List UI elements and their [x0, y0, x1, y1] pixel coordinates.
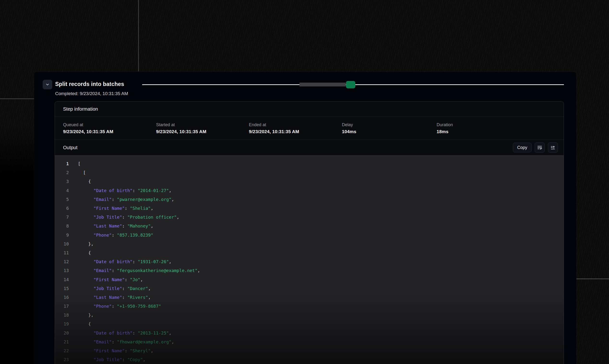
code-line-content: "Date of birth": "1931-07-26", [69, 259, 171, 264]
step-information-card: Step information Queued at 9/23/2024, 10… [55, 101, 564, 364]
code-line-content: [ [69, 161, 81, 166]
code-line-content: "Date of birth": "2013-11-25", [69, 330, 171, 336]
code-line: 9 "Phone": "857.139.8239" [55, 231, 564, 239]
line-number: 11 [55, 250, 69, 255]
code-line-content: "Job Title": "Copy", [69, 357, 146, 362]
meta-label: Started at [156, 122, 249, 127]
code-line: 22 "First Name": "Sheryl", [55, 346, 564, 355]
code-line-content: "First Name": "Sheryl", [69, 348, 153, 353]
meta-label: Delay [342, 122, 437, 127]
code-line: 1[ [55, 159, 564, 168]
code-line: 14 "First Name": "Jo", [55, 275, 564, 284]
line-number: 12 [55, 259, 69, 264]
code-line: 12 "Date of birth": "1931-07-26", [55, 257, 564, 266]
code-line: 23 "Job Title": "Copy", [55, 355, 564, 364]
code-line: 20 "Date of birth": "2013-11-25", [55, 329, 564, 338]
code-line-content: "Email": "pwarner@example.org", [69, 197, 174, 202]
code-line: 16 "Last Name": "Rivers", [55, 293, 564, 302]
scroll-to-top-button[interactable] [548, 143, 558, 153]
code-line-content: "First Name": "Jo", [69, 277, 143, 282]
output-header: Output Copy [55, 140, 564, 156]
meta-delay: Delay 104ms [342, 122, 437, 134]
line-number: 14 [55, 277, 69, 282]
step-detail-panel: Split records into batches Completed: 9/… [34, 72, 576, 364]
wrap-text-button[interactable] [535, 143, 545, 153]
code-line-content: { [69, 179, 91, 184]
code-line: 6 "First Name": "Shelia", [55, 204, 564, 213]
code-line-content: { [69, 321, 91, 326]
line-number: 3 [55, 179, 69, 184]
code-line-content: "Job Title": "Probation officer", [69, 215, 179, 220]
wrap-text-icon [537, 145, 542, 150]
code-line-content: }, [69, 312, 94, 318]
code-line-content: { [69, 250, 91, 255]
background-vertical-line [138, 0, 139, 71]
code-line: 11 { [55, 248, 564, 257]
step-status: Completed: 9/23/2024, 10:31:35 AM [55, 91, 128, 96]
line-number: 9 [55, 233, 69, 238]
line-number: 22 [55, 348, 69, 353]
code-line-content: "Last Name": "Mahoney", [69, 223, 153, 228]
line-number: 16 [55, 295, 69, 300]
output-actions: Copy [513, 143, 558, 153]
line-number: 5 [55, 197, 69, 202]
code-line-content: }, [69, 241, 94, 247]
code-line-content: "Phone": "+1-950-759-8687" [69, 304, 161, 309]
meta-label: Queued at [63, 122, 156, 127]
line-number: 20 [55, 330, 69, 336]
code-line: 17 "Phone": "+1-950-759-8687" [55, 302, 564, 311]
code-line: 10 }, [55, 239, 564, 248]
code-line: 7 "Job Title": "Probation officer", [55, 213, 564, 221]
code-line: 13 "Email": "fergusonkatherine@example.n… [55, 266, 564, 275]
output-title: Output [63, 145, 77, 150]
code-line-content: "Phone": "857.139.8239" [69, 233, 153, 238]
code-line: 2 [ [55, 168, 564, 177]
step-information-title: Step information [63, 106, 98, 112]
line-number: 10 [55, 241, 69, 247]
line-number: 17 [55, 304, 69, 309]
meta-label: Ended at [249, 122, 342, 127]
chevron-down-icon [45, 82, 50, 87]
meta-label: Duration [437, 122, 564, 127]
output-code-viewer[interactable]: 1[2 [3 {4 "Date of birth": "2014-01-27",… [55, 156, 564, 364]
collapse-step-button[interactable] [43, 80, 52, 89]
background-left-line [0, 98, 34, 99]
line-number: 7 [55, 215, 69, 220]
background-dim [0, 125, 34, 364]
step-title: Split records into batches [55, 81, 124, 87]
copy-button[interactable]: Copy [513, 143, 532, 152]
code-line-content: "Last Name": "Rivers", [69, 295, 151, 300]
code-line: 21 "Email": "fhoward@example.org", [55, 338, 564, 346]
line-number: 13 [55, 268, 69, 273]
code-line: 18 }, [55, 311, 564, 319]
meta-queued-at: Queued at 9/23/2024, 10:31:35 AM [63, 122, 156, 134]
meta-value: 104ms [342, 129, 437, 134]
meta-duration: Duration 18ms [437, 122, 564, 134]
background-right-line [576, 278, 609, 279]
code-lines: 1[2 [3 {4 "Date of birth": "2014-01-27",… [55, 159, 564, 364]
meta-value: 18ms [437, 129, 564, 134]
meta-value: 9/23/2024, 10:31:35 AM [63, 129, 156, 134]
line-number: 18 [55, 312, 69, 318]
meta-ended-at: Ended at 9/23/2024, 10:31:35 AM [249, 122, 342, 134]
line-number: 15 [55, 286, 69, 291]
line-number: 1 [55, 161, 69, 166]
code-line: 3 { [55, 177, 564, 186]
step-information-header: Step information [55, 102, 564, 117]
line-number: 2 [55, 170, 69, 175]
code-line: 19 { [55, 319, 564, 328]
code-line-content: "Email": "fergusonkatherine@example.net"… [69, 268, 200, 273]
step-meta-row: Queued at 9/23/2024, 10:31:35 AM Started… [55, 117, 564, 140]
timeline-delay-segment [299, 83, 346, 86]
line-number: 21 [55, 339, 69, 344]
code-line-content: "Job Title": "Dancer", [69, 286, 151, 291]
scroll-to-top-icon [550, 145, 555, 150]
code-line: 8 "Last Name": "Mahoney", [55, 221, 564, 230]
code-line-content: [ [69, 170, 86, 175]
meta-value: 9/23/2024, 10:31:35 AM [156, 129, 249, 134]
code-line-content: "Email": "fhoward@example.org", [69, 339, 174, 344]
timeline-step-handle[interactable] [346, 81, 355, 88]
meta-started-at: Started at 9/23/2024, 10:31:35 AM [156, 122, 249, 134]
line-number: 23 [55, 357, 69, 362]
meta-value: 9/23/2024, 10:31:35 AM [249, 129, 342, 134]
